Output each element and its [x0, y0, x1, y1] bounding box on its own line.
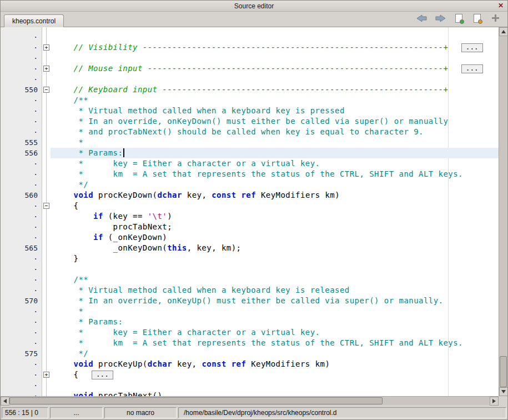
code-text[interactable]: } — [51, 253, 499, 264]
code-area[interactable]: ··+ // Visibility ----------------------… — [1, 27, 499, 396]
code-line[interactable]: · * km = A set that represents the statu… — [1, 169, 499, 179]
line-marker-dot[interactable]: · — [1, 211, 42, 222]
line-marker-dot[interactable]: · — [1, 74, 42, 84]
code-text[interactable]: // Mouse input -------------------------… — [51, 63, 499, 74]
line-marker-dot[interactable]: · — [1, 106, 42, 116]
code-line[interactable]: · */ — [1, 179, 499, 190]
code-line[interactable]: · — [1, 264, 499, 274]
line-number[interactable]: 575 — [1, 348, 42, 359]
line-marker-dot[interactable]: · — [1, 63, 42, 74]
code-text[interactable] — [51, 53, 499, 63]
code-text[interactable]: { — [51, 201, 499, 211]
code-line[interactable]: · — [1, 32, 499, 42]
code-line[interactable]: · * key = Either a character or a virtua… — [1, 327, 499, 338]
code-text[interactable]: /** — [51, 274, 499, 285]
code-text[interactable]: * km = A set that represents the status … — [51, 338, 499, 348]
line-marker-dot[interactable]: · — [1, 359, 42, 369]
folded-code-ellipsis[interactable]: ... — [461, 43, 483, 52]
code-text[interactable]: void procTabNext() — [51, 391, 499, 396]
code-line[interactable]: · if (key == '\t') — [1, 211, 499, 222]
line-marker-dot[interactable]: · — [1, 32, 42, 42]
fold-collapsed-icon[interactable]: + — [43, 66, 49, 72]
code-line[interactable]: · } — [1, 253, 499, 264]
line-marker-dot[interactable]: · — [1, 169, 42, 179]
document-orange-button[interactable] — [470, 12, 484, 24]
code-line[interactable]: 565 _onKeyDown(this, key, km); — [1, 243, 499, 253]
code-line[interactable]: ·− { — [1, 201, 499, 211]
code-line[interactable]: · * Virtual method called when a keyboar… — [1, 106, 499, 116]
code-text[interactable]: * Params: — [51, 148, 499, 158]
code-text[interactable]: * Virtual method called when a keyboard … — [51, 285, 499, 296]
line-marker-dot[interactable]: · — [1, 201, 42, 211]
line-marker-dot[interactable]: · — [1, 116, 42, 127]
line-marker-dot[interactable]: · — [1, 306, 42, 317]
fold-expanded-icon[interactable]: − — [43, 87, 49, 93]
horizontal-scrollbar[interactable] — [1, 396, 499, 405]
line-number[interactable]: 560 — [1, 190, 42, 201]
code-line[interactable]: · — [1, 74, 499, 84]
line-marker-dot[interactable]: · — [1, 391, 42, 396]
line-number[interactable]: 565 — [1, 243, 42, 253]
line-marker-dot[interactable]: · — [1, 232, 42, 243]
code-line[interactable]: · /** — [1, 95, 499, 106]
line-marker-dot[interactable]: · — [1, 222, 42, 232]
code-text[interactable]: // Visibility --------------------------… — [51, 42, 499, 53]
code-text[interactable]: void procKeyDown(dchar key, const ref Ke… — [51, 190, 499, 201]
code-text[interactable]: * In an override, onKeyDown() must eithe… — [51, 116, 499, 127]
line-marker-dot[interactable]: · — [1, 42, 42, 53]
code-text[interactable]: */ — [51, 179, 499, 190]
code-text[interactable]: if (_onKeyDown) — [51, 232, 499, 243]
code-line[interactable]: 560 void procKeyDown(dchar key, const re… — [1, 190, 499, 201]
scroll-down-button[interactable] — [499, 387, 508, 396]
line-number[interactable]: 556 — [1, 148, 42, 158]
line-marker-dot[interactable]: · — [1, 369, 42, 380]
code-text[interactable]: * key = Either a character or a virtual … — [51, 327, 499, 338]
code-text[interactable]: {... — [51, 369, 499, 380]
line-marker-dot[interactable]: · — [1, 327, 42, 338]
line-marker-dot[interactable]: · — [1, 158, 42, 169]
code-line[interactable]: · procTabNext; — [1, 222, 499, 232]
code-text[interactable]: */ — [51, 348, 499, 359]
code-line[interactable]: · * Params: — [1, 317, 499, 327]
line-marker-dot[interactable]: · — [1, 179, 42, 190]
line-marker-dot[interactable]: · — [1, 285, 42, 296]
code-text[interactable]: * key = Either a character or a virtual … — [51, 158, 499, 169]
code-text[interactable] — [51, 380, 499, 391]
code-text[interactable] — [51, 264, 499, 274]
code-line[interactable]: 555 * — [1, 137, 499, 148]
folded-code-ellipsis[interactable]: ... — [92, 371, 113, 379]
code-text[interactable] — [51, 74, 499, 84]
line-marker-dot[interactable]: · — [1, 127, 42, 137]
line-marker-dot[interactable]: · — [1, 95, 42, 106]
document-green-button[interactable] — [452, 12, 465, 24]
code-line[interactable]: 570 * In an override, onKeyUp() must eit… — [1, 296, 499, 306]
code-line[interactable]: · if (_onKeyDown) — [1, 232, 499, 243]
fold-collapsed-icon[interactable]: + — [43, 372, 49, 378]
code-line[interactable]: ·+ // Visibility -----------------------… — [1, 42, 499, 53]
code-line[interactable]: · * km = A set that represents the statu… — [1, 338, 499, 348]
nav-back-button[interactable] — [415, 12, 429, 24]
code-text[interactable]: /** — [51, 95, 499, 106]
code-text[interactable]: * In an override, onKeyUp() must either … — [51, 296, 499, 306]
folded-code-ellipsis[interactable]: ... — [461, 64, 483, 73]
code-line[interactable]: 550− // Keyboard input -----------------… — [1, 84, 499, 95]
scroll-right-button[interactable] — [490, 397, 499, 406]
close-icon[interactable]: ✕ — [498, 2, 504, 9]
line-marker-dot[interactable]: · — [1, 317, 42, 327]
horizontal-scroll-thumb[interactable] — [9, 397, 383, 404]
code-line[interactable]: · * — [1, 306, 499, 317]
code-text[interactable] — [51, 32, 499, 42]
code-editor[interactable]: ··+ // Visibility ----------------------… — [1, 27, 499, 396]
vertical-scroll-track[interactable] — [499, 36, 507, 387]
code-line[interactable]: · — [1, 53, 499, 63]
line-marker-dot[interactable]: · — [1, 380, 42, 391]
current-code-line[interactable]: 556 * Params: — [1, 148, 499, 158]
code-line[interactable]: · * In an override, onKeyDown() must eit… — [1, 116, 499, 127]
line-marker-dot[interactable]: · — [1, 274, 42, 285]
code-text[interactable]: void procKeyUp(dchar key, const ref KeyM… — [51, 359, 499, 369]
detach-editor-button[interactable] — [489, 12, 502, 24]
code-text[interactable]: * Virtual method called when a keyboard … — [51, 106, 499, 116]
code-line[interactable]: · /** — [1, 274, 499, 285]
code-text[interactable]: * — [51, 137, 499, 148]
vertical-scroll-thumb[interactable] — [500, 356, 507, 387]
